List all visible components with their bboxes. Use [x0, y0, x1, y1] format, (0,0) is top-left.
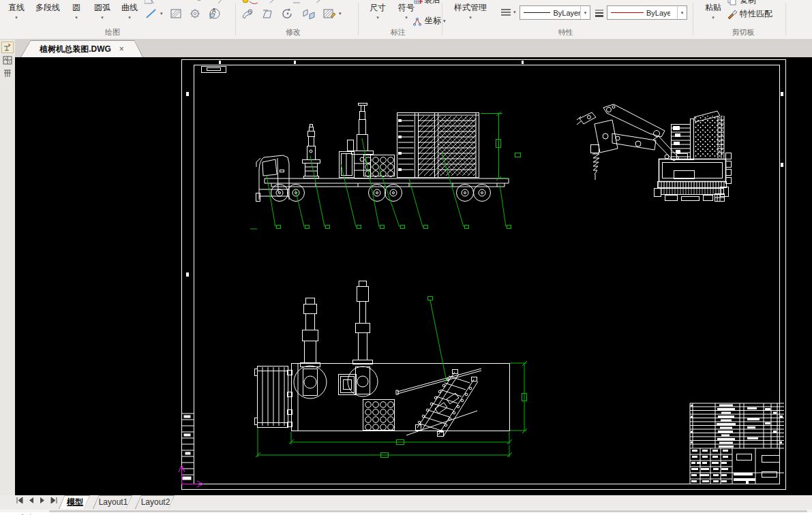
tab-model[interactable]: 模型: [59, 495, 91, 509]
plan-view-conveyor: [396, 369, 481, 437]
isometric-tree-rack: [672, 111, 725, 160]
polyline-button[interactable]: 多段线: [30, 2, 65, 16]
side-view-mast2: [348, 104, 374, 178]
side-view-pipe-rack: [364, 155, 395, 177]
hatch-icon[interactable]: [169, 7, 183, 20]
close-icon[interactable]: ×: [119, 44, 124, 54]
paste-button[interactable]: 粘贴▾: [701, 2, 725, 20]
arc-button[interactable]: 圆弧▾: [89, 2, 116, 20]
last-sheet-icon[interactable]: [50, 497, 57, 503]
panel-label-modify: 修改: [266, 27, 320, 37]
annotate-toprow-cropped[interactable]: 装后: [413, 0, 451, 5]
text-style-icon[interactable]: A: [207, 7, 222, 20]
first-sheet-icon[interactable]: [16, 497, 23, 503]
plan-view-truck: [255, 281, 510, 437]
ribbon-toolbar: 直线▾ 多段线 圆▾ 圆弧▾ 曲线▾ ▾ A 绘图 ▾ 修改: [0, 0, 812, 40]
properties-palette-icon[interactable]: [1, 67, 14, 79]
gear-icon[interactable]: [188, 7, 202, 20]
panel-label-draw: 绘图: [82, 27, 143, 37]
title-block: [690, 403, 784, 484]
side-view-dimensions: [250, 112, 521, 229]
plan-view-dimensions: [256, 297, 527, 458]
coordinate-button[interactable]: 坐标 ▾: [413, 15, 446, 27]
isometric-view-machine: [577, 104, 732, 202]
style-manager-button[interactable]: 样式管理▾: [449, 2, 492, 20]
sheet-tab-bar: 模型 Layout1 Layout2: [0, 495, 812, 510]
crane-arms: [577, 104, 679, 161]
side-view-truck: [256, 104, 509, 202]
panel-label-properties: 特性: [539, 27, 593, 37]
layer-list-icon[interactable]: ▾: [500, 8, 516, 16]
plan-view-mast2: [348, 281, 378, 397]
mirror-icon[interactable]: [301, 7, 316, 20]
svg-text:A: A: [212, 8, 216, 14]
side-view-tree-rack: [397, 113, 479, 178]
modify-toprow-icons-cropped[interactable]: [240, 0, 349, 4]
color-preview: [611, 12, 644, 13]
line-button[interactable]: 直线▾: [4, 2, 29, 20]
document-tab[interactable]: 植树机总装图.DWG ×: [21, 41, 142, 57]
tab-layout1[interactable]: Layout1: [93, 495, 134, 509]
linetype-select[interactable]: ByLayer ▾: [520, 5, 590, 20]
prev-sheet-icon[interactable]: [29, 497, 34, 503]
document-tab-bar: 植树机总装图.DWG ×: [15, 40, 812, 57]
lineweight-icon[interactable]: [595, 9, 604, 17]
panel-label-clipboard: 剪切板: [716, 27, 770, 37]
auger-drill: [591, 145, 600, 181]
dimension-button[interactable]: 尺寸▾: [365, 2, 390, 20]
circle-button[interactable]: 圆▾: [67, 2, 86, 20]
tab-layout2[interactable]: Layout2: [135, 495, 176, 509]
color-dropdown-arrow[interactable]: ▾: [677, 6, 687, 19]
plan-view-pipe-rack: [363, 400, 395, 431]
drawing-canvas[interactable]: [15, 57, 812, 495]
command-line-cropped[interactable]: 命令: [0, 512, 812, 515]
linetype-preview: [524, 12, 550, 13]
sketch-line-icon[interactable]: ▾: [145, 7, 163, 20]
plan-view-mast1: [294, 298, 327, 399]
color-select[interactable]: ByLayer ▾: [607, 5, 687, 20]
stretch-icon[interactable]: [260, 7, 274, 20]
rotate-icon[interactable]: [281, 7, 295, 20]
draw-toprow-icons-cropped[interactable]: [145, 0, 233, 5]
linetype-dropdown-arrow[interactable]: ▾: [580, 6, 590, 19]
draw-tool-palette-icon[interactable]: [1, 42, 14, 53]
copy-button-cropped[interactable]: 复制: [727, 0, 788, 5]
next-sheet-icon[interactable]: [40, 497, 45, 503]
panel-label-annotate: 标注: [374, 27, 423, 37]
left-tool-strip: [0, 40, 15, 495]
curve-button[interactable]: 曲线▾: [117, 2, 142, 20]
revision-strip: [181, 413, 194, 480]
cad-drawing: [15, 57, 812, 495]
layer-palette-icon[interactable]: [1, 54, 14, 66]
scale-icon[interactable]: [240, 7, 254, 20]
match-properties-button[interactable]: 特性匹配: [727, 8, 772, 20]
document-title: 植树机总装图.DWG: [40, 44, 111, 55]
side-view-mast1: [303, 125, 320, 178]
edit-hatch-icon[interactable]: ▾: [322, 7, 342, 20]
